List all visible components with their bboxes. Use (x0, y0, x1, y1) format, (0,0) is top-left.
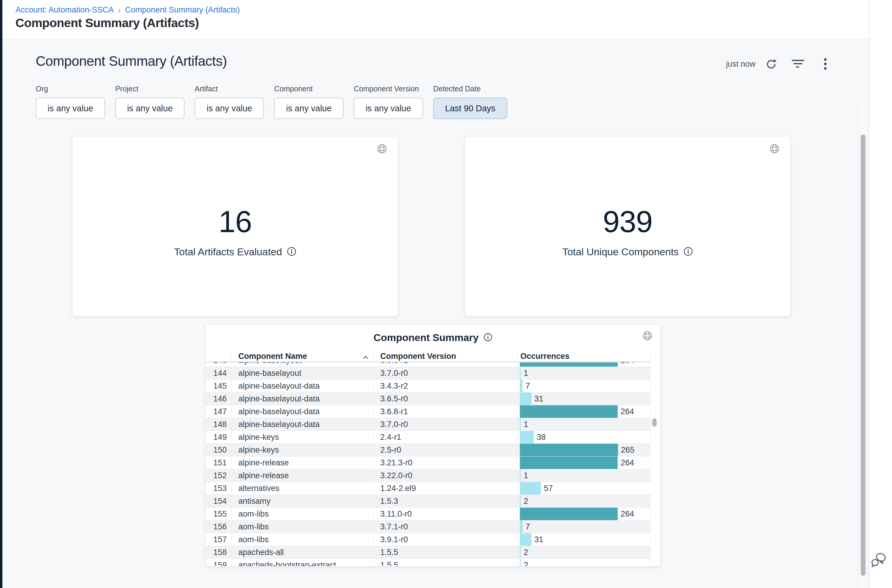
info-icon (684, 247, 693, 257)
filter-value-button[interactable]: is any value (274, 98, 343, 119)
occurrences-bar (520, 520, 522, 533)
component-version-cell: 3.6.8-r1 (374, 405, 517, 418)
help-chat-button[interactable] (871, 552, 888, 570)
component-name-cell: alpine-baselayout-data (232, 380, 374, 392)
filter-group-org: Orgis any value (36, 84, 105, 119)
stat-label: Total Artifacts Evaluated (174, 246, 282, 258)
occurrences-bar (520, 418, 521, 430)
kebab-menu-icon (823, 58, 827, 71)
row-index-cell: 148 (205, 418, 232, 430)
occurrences-cell: 264 (517, 456, 651, 469)
occurrences-bar (520, 559, 521, 566)
component-name-cell: alpine-baselayout-data (232, 418, 374, 430)
table-header-row: Component Name Component Version Occurre… (205, 351, 651, 362)
table-row: 147alpine-baselayout-data3.6.8-r1264 (205, 405, 651, 418)
occurrences-cell: 7 (517, 380, 651, 392)
table-row: 159apacheds-bootstrap-extract1.5.52 (205, 559, 651, 566)
refresh-icon (765, 58, 777, 70)
occurrences-value-label: 2 (524, 561, 528, 567)
table-row: 158apacheds-all1.5.52 (205, 546, 651, 559)
occurrences-bar (520, 456, 618, 469)
occurrences-cell: 31 (517, 533, 651, 546)
breadcrumb-link-account[interactable]: Account: Automation-SSCA (15, 5, 114, 15)
row-index-cell: 150 (205, 444, 232, 456)
component-version-cell: 3.22.0-r0 (374, 469, 517, 482)
filter-value-button[interactable]: is any value (354, 98, 423, 119)
table-row: 148alpine-baselayout-data3.7.0-r01 (205, 418, 651, 431)
app-window: Account: Automation-SSCA › Component Sum… (2, 0, 869, 588)
occurrences-value-label: 264 (621, 407, 634, 416)
occurrences-value-label: 31 (534, 535, 543, 544)
table-row: 156aom-libs3.7.1-r07 (205, 520, 651, 533)
component-name-cell: alpine-release (232, 469, 374, 482)
occurrences-value-label: 57 (544, 484, 553, 493)
table-row: 145alpine-baselayout-data3.4.3-r27 (205, 380, 651, 393)
occurrences-value-label: 264 (621, 510, 634, 519)
component-name-cell: alpine-keys (232, 444, 374, 456)
component-version-cell: 3.6.5-r0 (374, 393, 517, 405)
occurrences-value-label: 2 (524, 548, 528, 557)
stat-value: 16 (73, 204, 398, 239)
page-scrollbar-thumb[interactable] (861, 135, 865, 576)
filter-icon (792, 59, 805, 70)
component-name-cell: apacheds-bootstrap-extract (232, 559, 374, 566)
filter-value-button[interactable]: Last 90 Days (433, 98, 507, 119)
component-version-cell: 3.9.1-r0 (374, 533, 517, 546)
filter-value-button[interactable]: is any value (115, 98, 184, 119)
component-version-cell: 1.5.5 (374, 546, 517, 558)
filter-label: Artifact (195, 84, 264, 93)
occurrences-bar (520, 444, 618, 456)
stat-value: 939 (465, 204, 790, 239)
table-row: 155aom-libs3.11.0-r0264 (205, 508, 651, 520)
component-name-cell: apacheds-all (232, 546, 374, 558)
occurrences-cell: 38 (517, 431, 651, 443)
occurrences-bar (520, 546, 521, 558)
table-row: 144alpine-baselayout3.7.0-r01 (205, 367, 651, 380)
component-version-cell: 3.7.0-r0 (374, 418, 517, 430)
table-row: 157aom-libs3.9.1-r031 (205, 533, 651, 546)
column-header-component-version[interactable]: Component Version (374, 351, 517, 362)
dashboard-filter-button[interactable] (791, 57, 805, 71)
filter-label: Component (274, 84, 343, 93)
filter-value-button[interactable]: is any value (36, 98, 105, 119)
occurrences-cell: 264 (517, 363, 651, 367)
table-row: 149alpine-keys2.4-r138 (205, 431, 651, 444)
row-index-cell: 151 (205, 456, 232, 469)
column-header-occurrences[interactable]: Occurrences (517, 351, 651, 362)
row-index-cell: 146 (205, 393, 232, 405)
table-scrollbar-thumb[interactable] (652, 418, 657, 427)
stat-label: Total Unique Components (562, 246, 679, 258)
table-body-scroll-area[interactable]: 143alpine-baselayout3.6.8-r1264144alpine… (205, 363, 651, 566)
occurrences-bar (520, 431, 534, 443)
sort-asc-icon (363, 352, 368, 361)
occurrences-cell: 2 (517, 495, 651, 507)
component-version-cell: 3.7.0-r0 (374, 367, 517, 380)
occurrences-cell: 7 (517, 520, 651, 533)
occurrences-value-label: 2 (524, 496, 528, 506)
occurrences-cell: 1 (517, 469, 651, 482)
info-icon (483, 333, 492, 343)
occurrences-cell: 264 (517, 405, 651, 418)
more-options-menu-button[interactable] (818, 57, 832, 71)
chat-bubbles-icon (871, 565, 888, 570)
last-refreshed-status: just now (726, 60, 756, 69)
component-version-cell: 2.5-r0 (374, 444, 517, 456)
row-index-cell: 153 (205, 482, 232, 495)
breadcrumb-link-current[interactable]: Component Summary (Artifacts) (125, 5, 240, 15)
component-version-cell: 3.6.8-r1 (374, 363, 517, 367)
refresh-button[interactable] (764, 57, 778, 71)
filter-value-button[interactable]: is any value (195, 98, 264, 119)
component-name-cell: aom-libs (232, 508, 374, 520)
occurrences-cell: 2 (517, 559, 651, 566)
column-header-component-name[interactable]: Component Name (232, 351, 374, 362)
globe-icon (642, 331, 652, 342)
row-index-cell: 158 (205, 546, 232, 558)
occurrences-cell: 2 (517, 546, 651, 558)
table-title: Component Summary (373, 332, 478, 344)
filter-group-artifact: Artifactis any value (195, 84, 264, 119)
component-name-cell: alpine-baselayout-data (232, 405, 374, 418)
table-row: 151alpine-release3.21.3-r0264 (205, 456, 651, 469)
row-index-cell: 156 (205, 520, 232, 533)
row-index-cell: 152 (205, 469, 232, 482)
component-version-cell: 1.24-2.el9 (374, 482, 517, 495)
